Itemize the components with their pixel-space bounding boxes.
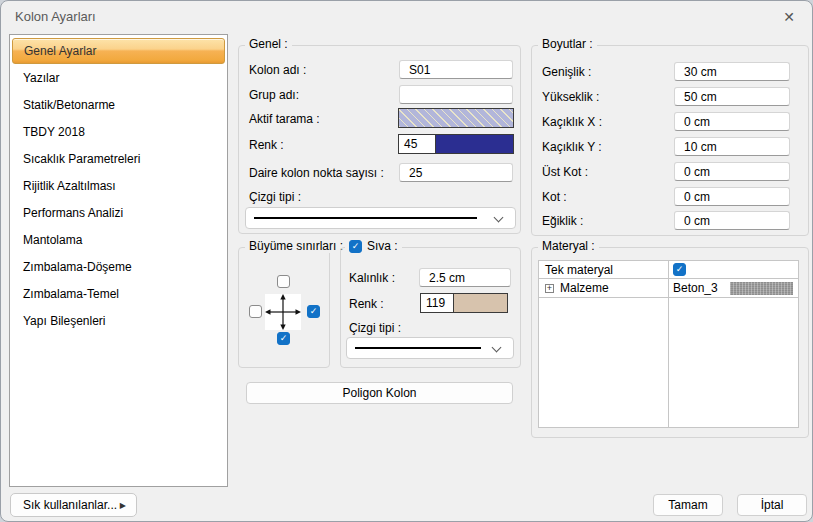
siva-group-legend: Sıva : [345, 239, 402, 253]
line-type-sample [254, 217, 477, 219]
materyal-group-legend: Materyal : [538, 239, 599, 253]
sidebar-item-zimbalama-temel[interactable]: Zımbalama-Temel [10, 280, 227, 307]
siva-cizgi-tipi-combo[interactable] [346, 337, 514, 359]
malzeme-value-cell: Beton_3 [668, 279, 798, 297]
materyal-table: Tek materyal + Malzeme Beton_3 [538, 260, 799, 428]
siva-cizgi-tipi-label: Çizgi tipi : [349, 321, 401, 335]
genel-group: Genel : Kolon adı : Grup adı: Aktif tara… [238, 45, 521, 234]
sidebar-item-zimbalama-doseme[interactable]: Zımbalama-Döşeme [10, 253, 227, 280]
ust-kot-label: Üst Kot : [542, 165, 588, 179]
tek-materyal-cell: Tek materyal [539, 261, 668, 278]
malzeme-cell: + Malzeme [539, 279, 668, 297]
renk-label: Renk : [249, 138, 284, 152]
kot-label: Kot : [542, 190, 567, 204]
cizgi-tipi-label: Çizgi tipi : [249, 190, 301, 204]
boyutlar-group-legend: Boyutlar : [538, 37, 597, 51]
siva-renk-color-number: 119 [421, 294, 454, 312]
settings-category-list: Genel Ayarlar Yazılar Statik/Betonarme T… [9, 34, 228, 487]
malzeme-label: Malzeme [560, 281, 609, 295]
yukseklik-label: Yükseklik : [542, 90, 599, 104]
favorites-button[interactable]: Sık kullanılanlar... ▶ [10, 493, 137, 517]
grow-direction-cross-icon [265, 294, 301, 330]
boyutlar-group: Boyutlar : Genişlik : Yükseklik : Kaçıkl… [531, 45, 809, 236]
favorites-button-label: Sık kullanılanlar... [23, 498, 117, 512]
sidebar-item-yapi-bilesenleri[interactable]: Yapı Bileşenleri [10, 307, 227, 334]
grup-adi-input[interactable] [399, 85, 513, 104]
ok-button[interactable]: Tamam [653, 494, 723, 516]
tek-materyal-value-cell [668, 261, 798, 278]
yukseklik-input[interactable] [674, 87, 790, 106]
cancel-button[interactable]: İptal [737, 494, 807, 516]
aktif-tarama-label: Aktif tarama : [249, 112, 320, 126]
kalinlik-label: Kalınlık : [349, 271, 395, 285]
renk-color-number: 45 [399, 135, 436, 153]
kaciklik-y-label: Kaçıklık Y : [542, 140, 602, 154]
dialog-title: Kolon Ayarları [15, 9, 96, 24]
kaciklik-x-input[interactable] [674, 112, 790, 131]
grow-top-checkbox[interactable] [277, 275, 290, 288]
genislik-label: Genişlik : [542, 65, 591, 79]
genislik-input[interactable] [674, 62, 790, 81]
daire-kolon-nokta-input[interactable] [399, 163, 513, 182]
buyume-sinirlari-legend: Büyüme sınırları : [245, 239, 347, 253]
beton-texture-swatch [730, 282, 793, 295]
grow-right-checkbox[interactable] [307, 305, 320, 318]
sidebar-item-tbdy-2018[interactable]: TBDY 2018 [10, 118, 227, 145]
siva-checkbox[interactable] [349, 240, 362, 253]
cizgi-tipi-combo[interactable] [245, 207, 516, 229]
kot-input[interactable] [674, 187, 790, 206]
title-bar: Kolon Ayarları ✕ [1, 1, 812, 33]
siva-legend-label: Sıva : [367, 239, 398, 253]
kolon-adi-input[interactable] [399, 60, 513, 79]
grup-adi-label: Grup adı: [249, 88, 299, 102]
table-row-malzeme[interactable]: + Malzeme Beton_3 [539, 279, 798, 298]
malzeme-value: Beton_3 [673, 281, 718, 295]
expand-plus-icon[interactable]: + [545, 284, 554, 293]
renk-color-field[interactable]: 45 [398, 134, 514, 154]
chevron-down-icon [492, 343, 502, 353]
sidebar-item-performans-analizi[interactable]: Performans Analizi [10, 199, 227, 226]
close-icon[interactable]: ✕ [778, 6, 800, 28]
grow-left-checkbox[interactable] [249, 305, 262, 318]
arrow-right-icon: ▶ [120, 501, 126, 510]
siva-renk-color-field[interactable]: 119 [420, 293, 508, 313]
line-type-sample [355, 347, 481, 349]
sidebar-item-statik-betonarme[interactable]: Statik/Betonarme [10, 91, 227, 118]
chevron-down-icon [494, 213, 504, 223]
poligon-kolon-button[interactable]: Poligon Kolon [246, 382, 513, 404]
sidebar-item-rijitlik-azaltilmasi[interactable]: Rijitlik Azaltılması [10, 172, 227, 199]
siva-renk-label: Renk : [349, 297, 384, 311]
sidebar-item-sicaklik-parametreleri[interactable]: Sıcaklık Parametreleri [10, 145, 227, 172]
kalinlik-input[interactable] [419, 268, 511, 287]
buyume-sinirlari-group: Büyüme sınırları : [238, 247, 330, 368]
kolon-adi-label: Kolon adı : [249, 63, 306, 77]
daire-kolon-nokta-label: Daire kolon nokta sayısı : [249, 166, 384, 180]
kaciklik-x-label: Kaçıklık X : [542, 115, 602, 129]
egiklik-input[interactable] [674, 211, 790, 230]
siva-group: Sıva : Kalınlık : Renk : 119 Çizgi tipi … [340, 247, 521, 368]
grow-bottom-checkbox[interactable] [277, 332, 290, 345]
tek-materyal-label: Tek materyal [545, 263, 613, 277]
egiklik-label: Eğiklik : [542, 214, 583, 228]
siva-renk-color-fill [454, 294, 507, 312]
table-row-tek-materyal[interactable]: Tek materyal [539, 261, 798, 279]
materyal-group: Materyal : Tek materyal + Malzeme Beton_… [531, 247, 809, 438]
sidebar-item-mantolama[interactable]: Mantolama [10, 226, 227, 253]
kolon-ayarlari-dialog: Kolon Ayarları ✕ Genel Ayarlar Yazılar S… [0, 0, 813, 522]
sidebar-item-yazilar[interactable]: Yazılar [10, 64, 227, 91]
ust-kot-input[interactable] [674, 162, 790, 181]
genel-group-legend: Genel : [245, 37, 292, 51]
tek-materyal-checkbox[interactable] [673, 263, 686, 276]
aktif-tarama-swatch[interactable] [398, 108, 514, 128]
kaciklik-y-input[interactable] [674, 137, 790, 156]
renk-color-fill [436, 135, 513, 153]
sidebar-item-genel-ayarlar[interactable]: Genel Ayarlar [12, 38, 225, 64]
